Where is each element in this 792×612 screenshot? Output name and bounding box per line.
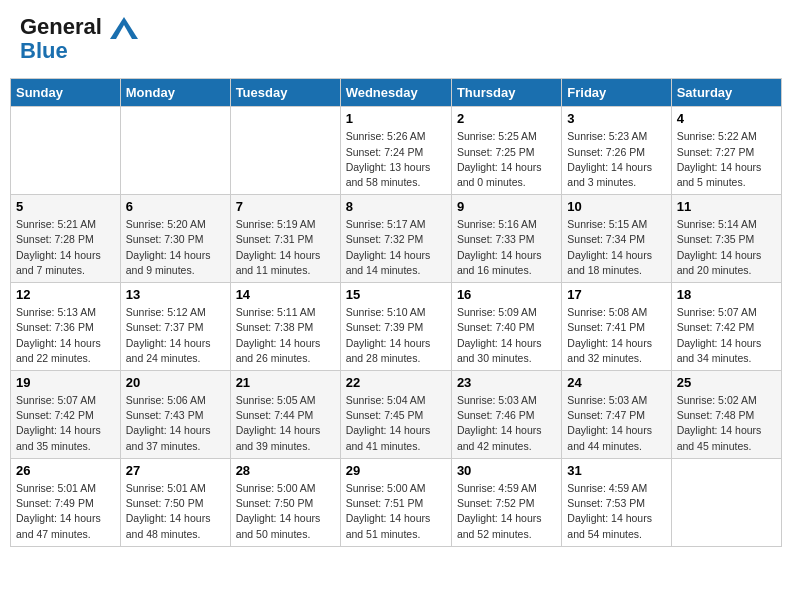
day-info: Sunrise: 5:06 AMSunset: 7:43 PMDaylight:… — [126, 393, 225, 454]
logo: General Blue — [20, 15, 138, 63]
day-number: 20 — [126, 375, 225, 390]
day-number: 3 — [567, 111, 665, 126]
day-info: Sunrise: 5:01 AMSunset: 7:50 PMDaylight:… — [126, 481, 225, 542]
day-number: 17 — [567, 287, 665, 302]
calendar-cell: 19Sunrise: 5:07 AMSunset: 7:42 PMDayligh… — [11, 371, 121, 459]
calendar-cell: 12Sunrise: 5:13 AMSunset: 7:36 PMDayligh… — [11, 283, 121, 371]
calendar-cell: 21Sunrise: 5:05 AMSunset: 7:44 PMDayligh… — [230, 371, 340, 459]
day-info: Sunrise: 5:16 AMSunset: 7:33 PMDaylight:… — [457, 217, 556, 278]
day-info: Sunrise: 5:00 AMSunset: 7:51 PMDaylight:… — [346, 481, 446, 542]
day-info: Sunrise: 5:01 AMSunset: 7:49 PMDaylight:… — [16, 481, 115, 542]
day-number: 19 — [16, 375, 115, 390]
calendar-cell: 11Sunrise: 5:14 AMSunset: 7:35 PMDayligh… — [671, 195, 781, 283]
day-number: 15 — [346, 287, 446, 302]
calendar-cell: 7Sunrise: 5:19 AMSunset: 7:31 PMDaylight… — [230, 195, 340, 283]
day-number: 8 — [346, 199, 446, 214]
day-number: 30 — [457, 463, 556, 478]
day-info: Sunrise: 5:23 AMSunset: 7:26 PMDaylight:… — [567, 129, 665, 190]
day-info: Sunrise: 5:09 AMSunset: 7:40 PMDaylight:… — [457, 305, 556, 366]
calendar-cell: 1Sunrise: 5:26 AMSunset: 7:24 PMDaylight… — [340, 107, 451, 195]
day-number: 18 — [677, 287, 776, 302]
day-number: 27 — [126, 463, 225, 478]
day-number: 25 — [677, 375, 776, 390]
calendar-cell: 26Sunrise: 5:01 AMSunset: 7:49 PMDayligh… — [11, 458, 121, 546]
day-info: Sunrise: 5:08 AMSunset: 7:41 PMDaylight:… — [567, 305, 665, 366]
logo-icon — [110, 17, 138, 39]
week-row-1: 1Sunrise: 5:26 AMSunset: 7:24 PMDaylight… — [11, 107, 782, 195]
day-number: 4 — [677, 111, 776, 126]
calendar-cell — [671, 458, 781, 546]
calendar-cell: 29Sunrise: 5:00 AMSunset: 7:51 PMDayligh… — [340, 458, 451, 546]
day-info: Sunrise: 4:59 AMSunset: 7:52 PMDaylight:… — [457, 481, 556, 542]
calendar-cell: 18Sunrise: 5:07 AMSunset: 7:42 PMDayligh… — [671, 283, 781, 371]
day-info: Sunrise: 5:21 AMSunset: 7:28 PMDaylight:… — [16, 217, 115, 278]
day-info: Sunrise: 5:15 AMSunset: 7:34 PMDaylight:… — [567, 217, 665, 278]
calendar-table: SundayMondayTuesdayWednesdayThursdayFrid… — [10, 78, 782, 546]
col-header-saturday: Saturday — [671, 79, 781, 107]
logo-general: General — [20, 14, 102, 39]
calendar-cell: 16Sunrise: 5:09 AMSunset: 7:40 PMDayligh… — [451, 283, 561, 371]
day-info: Sunrise: 5:26 AMSunset: 7:24 PMDaylight:… — [346, 129, 446, 190]
day-number: 13 — [126, 287, 225, 302]
calendar-cell: 23Sunrise: 5:03 AMSunset: 7:46 PMDayligh… — [451, 371, 561, 459]
day-number: 14 — [236, 287, 335, 302]
calendar-cell: 24Sunrise: 5:03 AMSunset: 7:47 PMDayligh… — [562, 371, 671, 459]
day-info: Sunrise: 5:13 AMSunset: 7:36 PMDaylight:… — [16, 305, 115, 366]
day-number: 12 — [16, 287, 115, 302]
day-number: 29 — [346, 463, 446, 478]
day-info: Sunrise: 4:59 AMSunset: 7:53 PMDaylight:… — [567, 481, 665, 542]
day-info: Sunrise: 5:04 AMSunset: 7:45 PMDaylight:… — [346, 393, 446, 454]
calendar-header-row: SundayMondayTuesdayWednesdayThursdayFrid… — [11, 79, 782, 107]
calendar-cell: 6Sunrise: 5:20 AMSunset: 7:30 PMDaylight… — [120, 195, 230, 283]
logo-blue: Blue — [20, 39, 138, 63]
day-number: 11 — [677, 199, 776, 214]
day-number: 16 — [457, 287, 556, 302]
calendar-cell: 27Sunrise: 5:01 AMSunset: 7:50 PMDayligh… — [120, 458, 230, 546]
day-number: 7 — [236, 199, 335, 214]
day-number: 9 — [457, 199, 556, 214]
calendar-cell: 17Sunrise: 5:08 AMSunset: 7:41 PMDayligh… — [562, 283, 671, 371]
col-header-sunday: Sunday — [11, 79, 121, 107]
calendar-cell: 3Sunrise: 5:23 AMSunset: 7:26 PMDaylight… — [562, 107, 671, 195]
day-number: 21 — [236, 375, 335, 390]
day-number: 23 — [457, 375, 556, 390]
calendar-cell: 2Sunrise: 5:25 AMSunset: 7:25 PMDaylight… — [451, 107, 561, 195]
day-info: Sunrise: 5:07 AMSunset: 7:42 PMDaylight:… — [677, 305, 776, 366]
day-number: 31 — [567, 463, 665, 478]
calendar-cell: 25Sunrise: 5:02 AMSunset: 7:48 PMDayligh… — [671, 371, 781, 459]
calendar-cell: 5Sunrise: 5:21 AMSunset: 7:28 PMDaylight… — [11, 195, 121, 283]
day-info: Sunrise: 5:05 AMSunset: 7:44 PMDaylight:… — [236, 393, 335, 454]
day-number: 2 — [457, 111, 556, 126]
calendar-cell: 30Sunrise: 4:59 AMSunset: 7:52 PMDayligh… — [451, 458, 561, 546]
week-row-4: 19Sunrise: 5:07 AMSunset: 7:42 PMDayligh… — [11, 371, 782, 459]
calendar-cell — [120, 107, 230, 195]
calendar-cell: 4Sunrise: 5:22 AMSunset: 7:27 PMDaylight… — [671, 107, 781, 195]
day-info: Sunrise: 5:02 AMSunset: 7:48 PMDaylight:… — [677, 393, 776, 454]
day-info: Sunrise: 5:11 AMSunset: 7:38 PMDaylight:… — [236, 305, 335, 366]
day-number: 6 — [126, 199, 225, 214]
calendar-cell: 31Sunrise: 4:59 AMSunset: 7:53 PMDayligh… — [562, 458, 671, 546]
col-header-wednesday: Wednesday — [340, 79, 451, 107]
week-row-5: 26Sunrise: 5:01 AMSunset: 7:49 PMDayligh… — [11, 458, 782, 546]
day-number: 1 — [346, 111, 446, 126]
day-info: Sunrise: 5:14 AMSunset: 7:35 PMDaylight:… — [677, 217, 776, 278]
day-number: 28 — [236, 463, 335, 478]
day-info: Sunrise: 5:25 AMSunset: 7:25 PMDaylight:… — [457, 129, 556, 190]
calendar-cell: 14Sunrise: 5:11 AMSunset: 7:38 PMDayligh… — [230, 283, 340, 371]
calendar-cell — [230, 107, 340, 195]
day-info: Sunrise: 5:00 AMSunset: 7:50 PMDaylight:… — [236, 481, 335, 542]
col-header-thursday: Thursday — [451, 79, 561, 107]
day-info: Sunrise: 5:03 AMSunset: 7:46 PMDaylight:… — [457, 393, 556, 454]
calendar-cell: 8Sunrise: 5:17 AMSunset: 7:32 PMDaylight… — [340, 195, 451, 283]
week-row-3: 12Sunrise: 5:13 AMSunset: 7:36 PMDayligh… — [11, 283, 782, 371]
day-number: 22 — [346, 375, 446, 390]
day-info: Sunrise: 5:12 AMSunset: 7:37 PMDaylight:… — [126, 305, 225, 366]
calendar-cell: 22Sunrise: 5:04 AMSunset: 7:45 PMDayligh… — [340, 371, 451, 459]
day-info: Sunrise: 5:03 AMSunset: 7:47 PMDaylight:… — [567, 393, 665, 454]
day-info: Sunrise: 5:07 AMSunset: 7:42 PMDaylight:… — [16, 393, 115, 454]
day-info: Sunrise: 5:20 AMSunset: 7:30 PMDaylight:… — [126, 217, 225, 278]
day-number: 5 — [16, 199, 115, 214]
calendar-cell: 9Sunrise: 5:16 AMSunset: 7:33 PMDaylight… — [451, 195, 561, 283]
day-info: Sunrise: 5:19 AMSunset: 7:31 PMDaylight:… — [236, 217, 335, 278]
day-number: 10 — [567, 199, 665, 214]
